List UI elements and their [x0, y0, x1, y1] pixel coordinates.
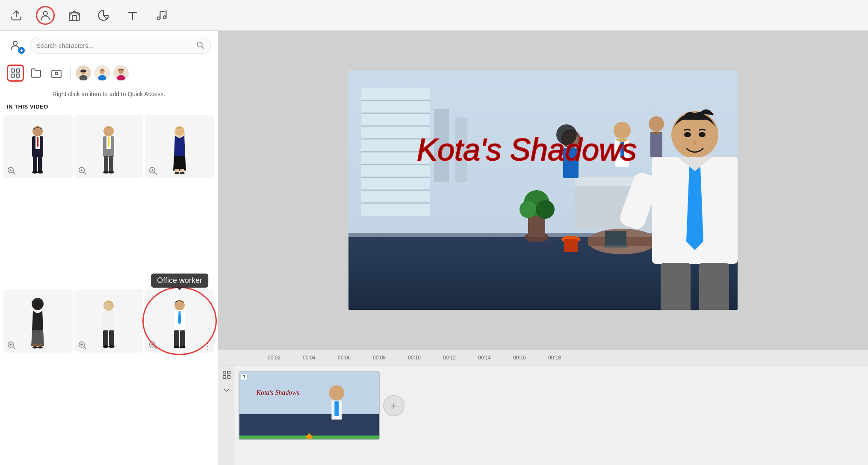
prop-icon-btn[interactable]	[65, 6, 84, 25]
timeline-grid-btn[interactable]	[221, 369, 233, 381]
svg-rect-140	[661, 263, 691, 310]
ruler-mark-6: 00:12	[432, 355, 467, 361]
zoom-btn-5[interactable]	[77, 340, 87, 350]
svg-rect-81	[174, 330, 179, 347]
svg-point-15	[55, 72, 58, 75]
music-icon	[156, 9, 168, 21]
character-card-1[interactable]	[3, 115, 73, 178]
character-tooltip: Office worker	[151, 274, 208, 288]
ruler-mark-7: 00:14	[467, 355, 502, 361]
scene-track-1: Kota's Shadows 1	[235, 370, 868, 441]
svg-rect-146	[227, 376, 230, 378]
ruler-mark-4: 00:08	[362, 355, 397, 361]
svg-rect-152	[334, 401, 339, 416]
chart-icon	[97, 9, 109, 21]
character-grid: Office worker	[0, 112, 218, 465]
avatar-filter-female1[interactable]	[94, 65, 110, 81]
folder-icon	[30, 68, 41, 79]
upload-icon-btn[interactable]	[7, 6, 26, 25]
svg-point-135	[699, 132, 706, 137]
timeline-expand-btn[interactable]	[221, 384, 233, 396]
svg-point-113	[536, 200, 555, 219]
svg-line-66	[13, 346, 15, 349]
grid-view-btn[interactable]	[7, 65, 24, 82]
svg-rect-30	[33, 156, 37, 171]
svg-rect-119	[604, 245, 627, 247]
add-character-button[interactable]: +	[7, 36, 26, 55]
prop-icon	[68, 9, 80, 21]
svg-rect-12	[11, 74, 15, 77]
svg-point-69	[103, 300, 114, 311]
svg-rect-82	[180, 330, 185, 347]
character-card-2[interactable]	[74, 115, 144, 178]
svg-point-1	[43, 11, 47, 15]
ruler-mark-9: 00:18	[537, 355, 572, 361]
svg-point-63	[32, 346, 38, 348]
avatar-female2-icon	[114, 66, 128, 80]
more-options-btn[interactable]: ⋮	[204, 342, 212, 350]
ruler-mark-5: 00:10	[397, 355, 432, 361]
svg-point-74	[109, 345, 115, 348]
svg-rect-41	[108, 137, 109, 147]
character-card-5[interactable]	[74, 289, 144, 353]
timeline-content: Kota's Shadows 1	[218, 365, 868, 465]
top-toolbar	[0, 0, 868, 31]
folder-btn[interactable]	[27, 65, 44, 82]
svg-point-7	[13, 41, 17, 45]
scene-tile-1[interactable]: Kota's Shadows 1	[239, 371, 380, 440]
svg-point-33	[37, 171, 43, 174]
character-card-4[interactable]	[3, 289, 73, 353]
svg-text:Kota's Shadows: Kota's Shadows	[256, 389, 299, 396]
ruler-mark-1: 00:02	[257, 355, 292, 361]
svg-point-6	[163, 16, 166, 19]
avatar-male-icon	[76, 66, 91, 80]
chart-icon-btn[interactable]	[94, 6, 113, 25]
zoom-btn-4[interactable]	[6, 340, 16, 350]
svg-point-127	[649, 116, 664, 132]
search-box	[30, 37, 211, 54]
character-icon	[39, 9, 51, 21]
zoom-btn-2[interactable]	[77, 165, 87, 176]
avatar-filter-female2[interactable]	[113, 65, 129, 81]
svg-line-9	[202, 46, 204, 48]
svg-rect-72	[109, 330, 114, 346]
canvas-area: Kota's Shadows	[218, 31, 868, 350]
svg-line-86	[154, 346, 157, 349]
svg-point-60	[32, 298, 44, 310]
svg-point-84	[180, 346, 186, 348]
svg-rect-70	[103, 311, 114, 331]
character-card-3[interactable]	[145, 115, 214, 178]
search-input[interactable]	[36, 42, 196, 49]
text-icon	[127, 9, 139, 21]
timeline-ruler: 00:02 00:04 00:06 00:08 00:10 00:12 00:1…	[218, 350, 868, 365]
search-icon	[196, 41, 204, 50]
avatar-female1-icon	[95, 66, 109, 80]
scene-progress-bar	[239, 436, 379, 439]
zoom-btn-1[interactable]	[6, 165, 16, 176]
character-card-6[interactable]: Office worker	[145, 289, 214, 353]
avatar-filter-male[interactable]	[76, 65, 91, 81]
zoom-btn-3[interactable]	[148, 165, 158, 176]
svg-rect-10	[11, 69, 15, 72]
person-folder-icon	[51, 68, 62, 79]
svg-rect-128	[650, 132, 662, 157]
svg-rect-145	[223, 376, 225, 378]
character-icon-btn[interactable]	[36, 6, 55, 25]
preview-frame: Kota's Shadows	[348, 71, 738, 310]
svg-rect-42	[104, 156, 108, 171]
filter-divider	[70, 66, 71, 80]
svg-line-47	[83, 172, 86, 175]
svg-rect-144	[227, 371, 230, 374]
hint-text: Right click an item to add to Quick Acce…	[0, 86, 218, 100]
music-icon-btn[interactable]	[152, 6, 171, 25]
recent-btn[interactable]	[48, 65, 65, 82]
svg-point-83	[174, 346, 180, 348]
svg-point-32	[32, 171, 38, 174]
ruler-mark-2: 00:04	[292, 355, 327, 361]
scene-tile-label: 1	[241, 374, 247, 380]
text-icon-btn[interactable]	[123, 6, 142, 25]
zoom-btn-6[interactable]	[148, 340, 158, 350]
svg-rect-143	[223, 371, 225, 374]
svg-point-150	[329, 386, 344, 401]
add-scene-button[interactable]: +	[383, 395, 404, 416]
